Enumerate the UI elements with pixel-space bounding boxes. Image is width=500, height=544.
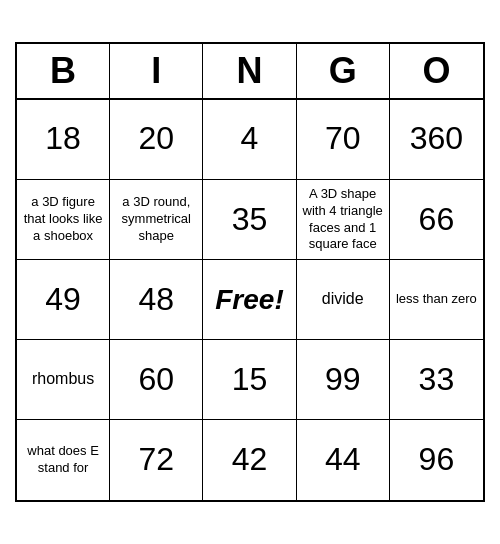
- bingo-cell: 35: [203, 180, 296, 261]
- header-letter: I: [110, 44, 203, 98]
- bingo-cell: 99: [297, 340, 390, 420]
- bingo-cell: 60: [110, 340, 203, 420]
- bingo-cell: 49: [17, 260, 110, 340]
- bingo-cell: a 3D round, symmetrical shape: [110, 180, 203, 261]
- bingo-cell: 18: [17, 100, 110, 180]
- bingo-cell: divide: [297, 260, 390, 340]
- bingo-cell: 72: [110, 420, 203, 500]
- bingo-cell: 70: [297, 100, 390, 180]
- header-letter: N: [203, 44, 296, 98]
- bingo-cell: what does E stand for: [17, 420, 110, 500]
- bingo-card: BINGO 1820470360a 3D figure that looks l…: [15, 42, 485, 503]
- header-letter: B: [17, 44, 110, 98]
- bingo-cell: A 3D shape with 4 triangle faces and 1 s…: [297, 180, 390, 261]
- bingo-cell: rhombus: [17, 340, 110, 420]
- bingo-cell: 96: [390, 420, 483, 500]
- bingo-cell: 33: [390, 340, 483, 420]
- bingo-cell: Free!: [203, 260, 296, 340]
- bingo-header: BINGO: [17, 44, 483, 100]
- bingo-cell: less than zero: [390, 260, 483, 340]
- bingo-grid: 1820470360a 3D figure that looks like a …: [17, 100, 483, 501]
- bingo-cell: 360: [390, 100, 483, 180]
- header-letter: G: [297, 44, 390, 98]
- bingo-cell: 44: [297, 420, 390, 500]
- bingo-cell: 15: [203, 340, 296, 420]
- bingo-cell: 4: [203, 100, 296, 180]
- bingo-cell: 42: [203, 420, 296, 500]
- bingo-cell: 66: [390, 180, 483, 261]
- header-letter: O: [390, 44, 483, 98]
- bingo-cell: 48: [110, 260, 203, 340]
- bingo-cell: 20: [110, 100, 203, 180]
- bingo-cell: a 3D figure that looks like a shoebox: [17, 180, 110, 261]
